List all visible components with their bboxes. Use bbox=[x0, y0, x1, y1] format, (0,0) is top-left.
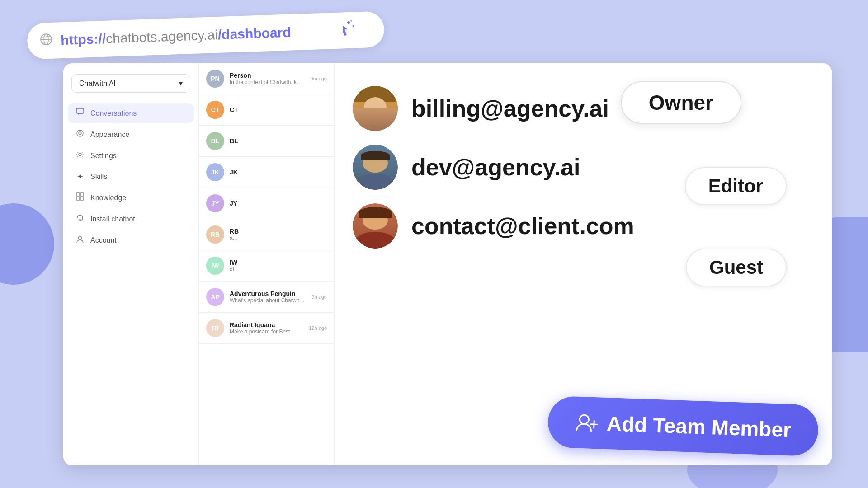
app-window: Chatwith AI ▾ Conversations bbox=[63, 63, 832, 465]
guest-badge[interactable]: Guest bbox=[686, 249, 787, 286]
conversations-icon bbox=[75, 108, 85, 118]
conv-name-pn: Person bbox=[230, 72, 305, 79]
url-bar[interactable]: https://chatbots.agency.ai/dashboard bbox=[27, 11, 385, 60]
sidebar-label-account: Account bbox=[90, 236, 117, 244]
conv-time-ri: 12h ago bbox=[309, 325, 327, 331]
url-path: /dashboard bbox=[217, 24, 291, 42]
sidebar-label-skills: Skills bbox=[90, 173, 107, 181]
member-email-3: contact@client.com bbox=[411, 212, 814, 239]
settings-icon bbox=[75, 150, 85, 161]
guest-label: Guest bbox=[709, 257, 763, 278]
sidebar-label-knowledge: Knowledge bbox=[90, 194, 126, 202]
avatar-pn: PN bbox=[206, 70, 224, 88]
sidebar-label-appearance: Appearance bbox=[90, 131, 129, 139]
conversations-panel: PN Person In the context of Chatwith, kn… bbox=[199, 63, 335, 465]
sidebar-item-install[interactable]: Install chatbot bbox=[68, 209, 194, 229]
main-content: Owner billing@agency.a bbox=[335, 63, 832, 465]
conv-name-ct: CT bbox=[230, 106, 327, 113]
workspace-dropdown[interactable]: Chatwith AI ▾ bbox=[71, 74, 190, 93]
svg-rect-12 bbox=[76, 193, 80, 196]
conv-name-iw: IW bbox=[230, 259, 327, 266]
conv-time-pn: 9m ago bbox=[310, 76, 327, 81]
cursor-icon bbox=[334, 18, 358, 43]
conv-item-ri[interactable]: RI Radiant Iguana Make a postcard for Be… bbox=[199, 313, 334, 344]
sidebar-label-install: Install chatbot bbox=[90, 215, 135, 223]
conv-name-ap: Adventurous Penguin bbox=[230, 290, 306, 297]
sidebar-label-settings: Settings bbox=[90, 152, 117, 160]
conv-item-pn[interactable]: PN Person In the context of Chatwith, kn… bbox=[199, 63, 334, 94]
conv-preview-ap: What's special about Chatwith chatbots a… bbox=[230, 297, 306, 304]
team-member-row-3: contact@client.com bbox=[353, 203, 814, 249]
svg-point-17 bbox=[580, 415, 589, 424]
conv-item-ct[interactable]: CT CT bbox=[199, 94, 334, 126]
avatar-ap: AP bbox=[206, 288, 224, 306]
conv-item-bl[interactable]: BL BL bbox=[199, 126, 334, 157]
svg-point-9 bbox=[77, 130, 83, 136]
knowledge-icon bbox=[75, 192, 85, 203]
svg-point-16 bbox=[78, 236, 82, 240]
svg-rect-14 bbox=[76, 197, 80, 200]
member-avatar-3 bbox=[353, 203, 398, 249]
editor-badge[interactable]: Editor bbox=[685, 167, 787, 205]
owner-badge[interactable]: Owner bbox=[621, 81, 741, 124]
bg-blob-left bbox=[0, 203, 54, 285]
svg-rect-15 bbox=[80, 197, 84, 200]
conv-item-jk[interactable]: JK JK bbox=[199, 157, 334, 188]
url-protocol: https:// bbox=[61, 31, 106, 47]
add-team-member-button[interactable]: Add Team Member bbox=[547, 396, 819, 457]
add-user-icon bbox=[575, 411, 598, 435]
member-email-1: billing@agency.ai bbox=[411, 95, 814, 122]
skills-icon: ✦ bbox=[75, 172, 85, 182]
svg-point-6 bbox=[352, 25, 354, 27]
url-domain: chatbots.agency.ai bbox=[106, 27, 218, 46]
sidebar-item-appearance[interactable]: Appearance bbox=[68, 125, 194, 144]
conv-preview-rb: a... bbox=[230, 235, 327, 241]
owner-label: Owner bbox=[649, 91, 713, 114]
svg-rect-13 bbox=[80, 193, 84, 196]
conv-item-iw[interactable]: IW IW df... bbox=[199, 250, 334, 282]
avatar-iw: IW bbox=[206, 257, 224, 275]
svg-rect-8 bbox=[76, 108, 84, 113]
svg-point-11 bbox=[79, 153, 81, 156]
conv-item-jy[interactable]: JY JY bbox=[199, 188, 334, 219]
conv-item-rb[interactable]: RB RB a... bbox=[199, 219, 334, 250]
avatar-jk: JK bbox=[206, 163, 224, 181]
conv-name-jy: JY bbox=[230, 200, 327, 207]
sidebar-item-settings[interactable]: Settings bbox=[68, 146, 194, 165]
editor-label: Editor bbox=[708, 175, 763, 197]
sidebar-item-knowledge[interactable]: Knowledge bbox=[68, 188, 194, 207]
svg-point-10 bbox=[79, 132, 81, 135]
conv-name-ri: Radiant Iguana bbox=[230, 321, 303, 328]
avatar-rb: RB bbox=[206, 225, 224, 244]
sidebar-item-conversations[interactable]: Conversations bbox=[68, 103, 194, 123]
conv-preview-pn: In the context of Chatwith, knowledge re… bbox=[230, 79, 305, 85]
conv-preview-iw: df... bbox=[230, 266, 327, 272]
svg-point-5 bbox=[347, 21, 350, 24]
conv-time-ap: 9h ago bbox=[311, 294, 327, 300]
svg-line-2 bbox=[41, 39, 52, 39]
conv-name-jk: JK bbox=[230, 169, 327, 176]
add-team-label: Add Team Member bbox=[606, 411, 792, 442]
sidebar-label-conversations: Conversations bbox=[90, 109, 137, 117]
conv-item-ap[interactable]: AP Adventurous Penguin What's special ab… bbox=[199, 282, 334, 313]
sidebar-nav: Conversations Appearance bbox=[63, 103, 198, 250]
sidebar-item-skills[interactable]: ✦ Skills bbox=[68, 167, 194, 186]
avatar-ri: RI bbox=[206, 319, 224, 337]
team-member-row-1: billing@agency.ai bbox=[353, 86, 814, 131]
svg-line-19 bbox=[590, 424, 598, 425]
conv-preview-ri: Make a postcard for Best bbox=[230, 328, 303, 335]
sidebar-item-account[interactable]: Account bbox=[68, 230, 194, 250]
svg-line-3 bbox=[42, 37, 50, 37]
install-icon bbox=[75, 214, 85, 224]
svg-line-4 bbox=[42, 42, 50, 42]
workspace-name: Chatwith AI bbox=[79, 80, 116, 88]
svg-point-7 bbox=[350, 20, 352, 22]
account-icon bbox=[75, 235, 85, 245]
conv-name-bl: BL bbox=[230, 137, 327, 145]
sidebar: Chatwith AI ▾ Conversations bbox=[63, 63, 199, 465]
url-text: https://chatbots.agency.ai/dashboard bbox=[61, 24, 292, 48]
globe-icon bbox=[40, 33, 53, 49]
avatar-jy: JY bbox=[206, 194, 224, 212]
conv-name-rb: RB bbox=[230, 228, 327, 235]
team-display: billing@agency.ai Editor bbox=[353, 77, 814, 452]
